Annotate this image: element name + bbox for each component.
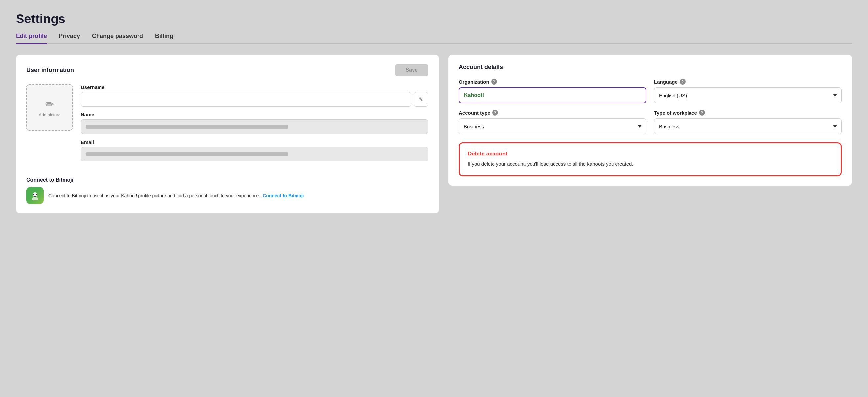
page-title: Settings bbox=[16, 12, 852, 26]
account-type-help-icon[interactable]: ? bbox=[492, 110, 498, 116]
name-input-masked bbox=[81, 119, 428, 134]
name-label: Name bbox=[81, 112, 428, 117]
delete-account-link[interactable]: Delete account bbox=[468, 150, 508, 157]
bitmoji-row: Connect to Bitmoji to use it as your Kah… bbox=[26, 187, 428, 204]
account-details-title: Account details bbox=[459, 64, 842, 71]
connect-bitmoji-link[interactable]: Connect to Bitmoji bbox=[263, 193, 304, 198]
username-input[interactable] bbox=[81, 92, 411, 107]
language-field-group: Language ? English (US) bbox=[654, 79, 842, 103]
language-select-wrapper: English (US) bbox=[654, 87, 842, 103]
user-info-body: ✏ Add picture Username ✎ Name bbox=[26, 84, 428, 162]
card-header: User information Save bbox=[26, 64, 428, 77]
account-type-field-group: Account type ? Business bbox=[459, 110, 646, 134]
organization-input[interactable] bbox=[459, 87, 646, 103]
add-picture-label: Add picture bbox=[39, 112, 61, 117]
workplace-select-wrapper: Business bbox=[654, 118, 842, 134]
delete-account-box: Delete account If you delete your accoun… bbox=[459, 142, 842, 176]
tab-privacy[interactable]: Privacy bbox=[59, 33, 80, 44]
connect-bitmoji-section: Connect to Bitmoji Connect to Bitmoji to… bbox=[26, 171, 428, 204]
username-label: Username bbox=[81, 84, 428, 90]
bitmoji-logo bbox=[26, 187, 43, 204]
email-mask bbox=[86, 152, 288, 156]
content-row: User information Save ✏ Add picture User… bbox=[16, 55, 852, 214]
save-button[interactable]: Save bbox=[395, 64, 428, 77]
organization-help-icon[interactable]: ? bbox=[491, 79, 497, 85]
svg-point-2 bbox=[33, 194, 34, 195]
svg-point-1 bbox=[32, 197, 38, 200]
workplace-label: Type of workplace ? bbox=[654, 110, 842, 116]
account-type-select[interactable]: Business bbox=[459, 118, 646, 134]
tab-edit-profile[interactable]: Edit profile bbox=[16, 33, 47, 44]
bitmoji-title: Connect to Bitmoji bbox=[26, 177, 428, 183]
account-type-label: Account type ? bbox=[459, 110, 646, 116]
account-type-select-wrapper: Business bbox=[459, 118, 646, 134]
svg-point-3 bbox=[36, 194, 37, 195]
workplace-help-icon[interactable]: ? bbox=[699, 110, 705, 116]
workplace-select[interactable]: Business bbox=[654, 118, 842, 134]
avatar-upload[interactable]: ✏ Add picture bbox=[26, 84, 73, 131]
user-info-title: User information bbox=[26, 67, 74, 74]
username-row: ✎ bbox=[81, 92, 428, 107]
organization-label: Organization ? bbox=[459, 79, 646, 85]
fields-container: Username ✎ Name Email bbox=[81, 84, 428, 162]
email-label: Email bbox=[81, 139, 428, 145]
username-edit-button[interactable]: ✎ bbox=[414, 92, 428, 107]
username-field-group: Username ✎ bbox=[81, 84, 428, 107]
language-label: Language ? bbox=[654, 79, 842, 85]
bitmoji-logo-icon bbox=[30, 191, 40, 200]
tab-billing[interactable]: Billing bbox=[155, 33, 173, 44]
name-field-group: Name bbox=[81, 112, 428, 134]
tabs-nav: Edit profile Privacy Change password Bil… bbox=[16, 33, 852, 44]
user-information-card: User information Save ✏ Add picture User… bbox=[16, 55, 439, 214]
delete-account-description: If you delete your account, you'll lose … bbox=[468, 161, 833, 168]
tab-change-password[interactable]: Change password bbox=[92, 33, 143, 44]
language-select[interactable]: English (US) bbox=[654, 87, 842, 103]
image-icon: ✏ bbox=[45, 98, 54, 111]
account-details-card: Account details Organization ? Language … bbox=[448, 55, 852, 186]
email-input-masked bbox=[81, 147, 428, 162]
organization-field-group: Organization ? bbox=[459, 79, 646, 103]
email-field-group: Email bbox=[81, 139, 428, 162]
name-mask bbox=[86, 125, 288, 129]
workplace-field-group: Type of workplace ? Business bbox=[654, 110, 842, 134]
account-grid: Organization ? Language ? English (US) bbox=[459, 79, 842, 134]
bitmoji-description: Connect to Bitmoji to use it as your Kah… bbox=[48, 192, 304, 199]
language-help-icon[interactable]: ? bbox=[680, 79, 686, 85]
